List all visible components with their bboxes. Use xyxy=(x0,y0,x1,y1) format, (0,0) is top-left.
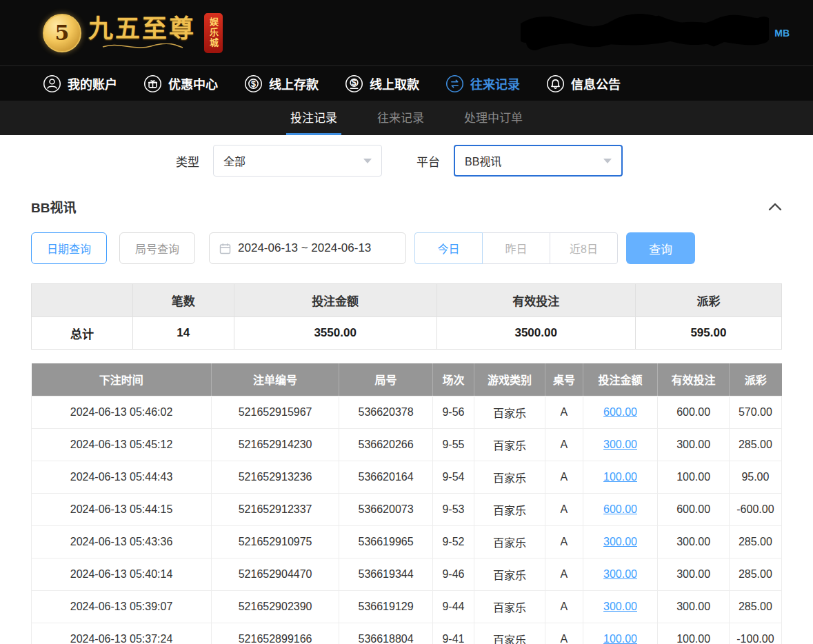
redacted-user-info: MB xyxy=(521,12,790,54)
bet-amount-link[interactable]: 300.00 xyxy=(603,439,637,450)
session-cell: 9-54 xyxy=(433,461,474,493)
brand-badge: 娱乐城 xyxy=(204,13,223,53)
svg-text:$: $ xyxy=(251,79,256,88)
bet-amount-link[interactable]: 600.00 xyxy=(603,503,637,515)
nav-label: 线上存款 xyxy=(269,74,319,92)
brand-name: 九五至尊 xyxy=(88,16,196,41)
today-button[interactable]: 今日 xyxy=(414,232,483,264)
bet-amount-link[interactable]: 600.00 xyxy=(603,406,637,418)
summary-valid-bet-value: 3500.00 xyxy=(436,317,635,350)
session-cell: 9-41 xyxy=(433,623,474,644)
summary-table: 笔数 投注金额 有效投注 派彩 总计 14 3550.00 3500.00 59… xyxy=(31,283,782,350)
type-select-value: 全部 xyxy=(223,152,245,169)
tab-transaction-records[interactable]: 往来记录 xyxy=(373,101,428,135)
round-cell: 536620266 xyxy=(339,428,433,461)
col-round: 局号 xyxy=(339,363,433,396)
game-type-cell: 百家乐 xyxy=(474,396,545,428)
bet-id-cell: 521652914230 xyxy=(212,428,339,461)
summary-col-payout: 派彩 xyxy=(635,284,781,317)
payout-cell: 95.00 xyxy=(729,461,781,493)
summary-count-value: 14 xyxy=(132,317,234,350)
bet-amount-link[interactable]: 100.00 xyxy=(603,633,637,644)
nav-label: 线上取款 xyxy=(370,74,419,92)
main-nav: 我的账户 优惠中心 $ 线上存款 $ 线上取款 往来记录 xyxy=(0,66,813,101)
nav-item-withdraw[interactable]: $ 线上取款 xyxy=(345,74,419,93)
tab-bar: 投注记录 往来记录 处理中订单 xyxy=(0,101,813,135)
bet-time-cell: 2024-06-13 05:37:24 xyxy=(32,623,212,644)
last-8-days-button[interactable]: 近8日 xyxy=(550,232,618,264)
yesterday-button[interactable]: 昨日 xyxy=(482,232,550,264)
valid-bet-cell: 100.00 xyxy=(658,623,729,644)
table-row: 2024-06-13 05:46:02 521652915967 5366203… xyxy=(32,396,782,428)
game-type-cell: 百家乐 xyxy=(474,590,545,623)
section-header: BB视讯 xyxy=(31,197,782,216)
bet-id-cell: 521652913236 xyxy=(212,461,339,493)
type-label: 类型 xyxy=(176,152,199,170)
summary-total-label: 总计 xyxy=(32,317,133,350)
valid-bet-cell: 100.00 xyxy=(658,461,729,493)
bet-id-cell: 521652899166 xyxy=(212,623,339,644)
table-row: 2024-06-13 05:39:07 521652902390 5366191… xyxy=(32,590,782,623)
col-session: 场次 xyxy=(433,363,474,396)
bet-amount-link[interactable]: 300.00 xyxy=(603,536,637,547)
bet-amount-link[interactable]: 100.00 xyxy=(603,471,637,483)
tab-bet-records[interactable]: 投注记录 xyxy=(286,101,341,135)
bet-amount-link[interactable]: 300.00 xyxy=(603,568,637,580)
date-range-input[interactable]: 2024-06-13 ~ 2024-06-13 xyxy=(209,232,406,264)
brand-emblem-icon: 5 xyxy=(43,14,81,52)
nav-label: 信息公告 xyxy=(571,74,621,92)
col-bet-time: 下注时间 xyxy=(32,363,212,396)
summary-col-bet-amount: 投注金额 xyxy=(234,284,436,317)
date-query-button[interactable]: 日期查询 xyxy=(31,232,107,264)
platform-select[interactable]: BB视讯 xyxy=(454,145,623,177)
brand-logo[interactable]: 5 九五至尊 娱乐城 xyxy=(43,13,223,53)
table-row: 2024-06-13 05:40:14 521652904470 5366193… xyxy=(32,558,782,590)
chevron-down-icon xyxy=(363,159,372,163)
nav-label: 优惠中心 xyxy=(168,74,218,92)
round-cell: 536619344 xyxy=(339,558,433,590)
bet-id-cell: 521652915967 xyxy=(212,396,339,428)
bet-records-table: 下注时间 注单编号 局号 场次 游戏类别 桌号 投注金额 有效投注 派彩 202… xyxy=(31,363,782,644)
payout-cell: -600.00 xyxy=(729,493,781,525)
payout-cell: 285.00 xyxy=(729,428,781,461)
nav-item-my-account[interactable]: 我的账户 xyxy=(43,74,117,93)
top-header: 5 九五至尊 娱乐城 MB xyxy=(0,0,813,66)
nav-item-transactions[interactable]: 往来记录 xyxy=(445,74,520,93)
round-cell: 536620378 xyxy=(339,396,433,428)
col-bet-id: 注单编号 xyxy=(212,363,339,396)
collapse-section-button[interactable] xyxy=(768,203,782,211)
deposit-icon: $ xyxy=(244,74,263,93)
table-row: 2024-06-13 05:44:43 521652913236 5366201… xyxy=(32,461,782,493)
calendar-icon xyxy=(219,243,231,254)
bet-id-cell: 521652904470 xyxy=(212,558,339,590)
col-game-type: 游戏类别 xyxy=(474,363,545,396)
table-no-cell: A xyxy=(545,396,583,428)
gift-icon xyxy=(143,74,162,93)
redacted-scribble xyxy=(521,12,769,54)
bet-time-cell: 2024-06-13 05:45:12 xyxy=(32,428,212,461)
search-button[interactable]: 查询 xyxy=(626,232,695,264)
platform-label: 平台 xyxy=(416,152,440,170)
summary-payout-value: 595.00 xyxy=(635,317,781,350)
payout-cell: -100.00 xyxy=(729,623,781,644)
game-type-cell: 百家乐 xyxy=(474,623,545,644)
bet-id-cell: 521652912337 xyxy=(212,493,339,525)
summary-col-count: 笔数 xyxy=(132,284,234,317)
table-row: 2024-06-13 05:43:36 521652910975 5366199… xyxy=(32,525,782,558)
round-cell: 536620073 xyxy=(339,493,433,525)
chevron-up-icon xyxy=(768,203,782,211)
type-select[interactable]: 全部 xyxy=(213,145,382,177)
nav-item-announcements[interactable]: 信息公告 xyxy=(546,74,621,93)
summary-header-row: 笔数 投注金额 有效投注 派彩 xyxy=(32,284,782,317)
tab-processing-orders[interactable]: 处理中订单 xyxy=(460,101,527,135)
round-query-button[interactable]: 局号查询 xyxy=(119,232,195,264)
valid-bet-cell: 600.00 xyxy=(658,396,729,428)
nav-label: 我的账户 xyxy=(68,74,117,92)
chevron-down-icon xyxy=(603,159,612,163)
records-header-row: 下注时间 注单编号 局号 场次 游戏类别 桌号 投注金额 有效投注 派彩 xyxy=(32,363,782,396)
nav-item-promotions[interactable]: 优惠中心 xyxy=(143,74,218,93)
transfer-icon xyxy=(445,74,464,93)
nav-item-deposit[interactable]: $ 线上存款 xyxy=(244,74,319,93)
bet-amount-link[interactable]: 300.00 xyxy=(603,601,637,612)
bet-time-cell: 2024-06-13 05:44:43 xyxy=(32,461,212,493)
